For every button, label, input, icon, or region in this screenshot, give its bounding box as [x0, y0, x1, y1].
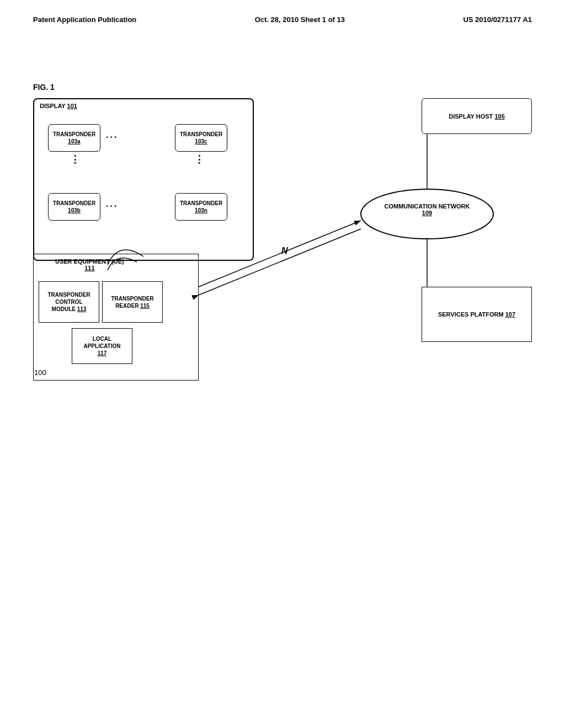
transponder-103n-label: TRANSPONDER103n	[180, 200, 222, 214]
header-left: Patent Application Publication	[33, 15, 136, 24]
dots-v-left: ⋮	[70, 154, 80, 164]
services-platform-box: SERVICES PLATFORM 107	[422, 287, 532, 342]
transponder-control-label: TRANSPONDERCONTROLMODULE 113	[47, 291, 90, 313]
page-header: Patent Application Publication Oct. 28, …	[0, 0, 565, 29]
header-right: US 2010/0271177 A1	[463, 15, 532, 24]
transponder-103a: TRANSPONDER103a	[48, 124, 100, 152]
dots-h-top: ···	[106, 132, 118, 142]
local-application-box: LOCALAPPLICATION117	[72, 328, 132, 364]
ue-label: USER EQUIPMENT (UE)111	[55, 258, 124, 271]
display-host-label: DISPLAY HOST 105	[449, 113, 505, 120]
ref-100: 100	[34, 368, 46, 377]
svg-text:N: N	[281, 246, 288, 255]
transponder-103c-label: TRANSPONDER103c	[180, 131, 222, 145]
display-box: DISPLAY 101 TRANSPONDER103a ··· TRANSPON…	[33, 98, 254, 261]
services-platform-label: SERVICES PLATFORM 107	[438, 311, 515, 318]
local-application-label: LOCALAPPLICATION117	[83, 335, 120, 357]
transponder-reader-box: TRANSPONDERREADER 115	[102, 281, 163, 323]
display-label: DISPLAY 101	[40, 103, 77, 109]
display-host-box: DISPLAY HOST 105	[422, 98, 532, 134]
transponder-control-module-box: TRANSPONDERCONTROLMODULE 113	[39, 281, 99, 323]
transponder-103c: TRANSPONDER103c	[175, 124, 227, 152]
dots-v-right: ⋮	[194, 154, 204, 164]
fig-label: FIG. 1	[33, 83, 55, 92]
transponder-103b: TRANSPONDER103b	[48, 193, 100, 221]
transponder-103a-label: TRANSPONDER103a	[53, 131, 95, 145]
dots-h-bottom: ···	[106, 201, 118, 211]
transponder-reader-label: TRANSPONDERREADER 115	[111, 295, 153, 309]
header-center: Oct. 28, 2010 Sheet 1 of 13	[255, 15, 345, 24]
comm-network-label: COMMUNICATION NETWORK109	[361, 203, 493, 216]
transponder-103b-label: TRANSPONDER103b	[53, 200, 95, 214]
transponder-103n: TRANSPONDER103n	[175, 193, 227, 221]
